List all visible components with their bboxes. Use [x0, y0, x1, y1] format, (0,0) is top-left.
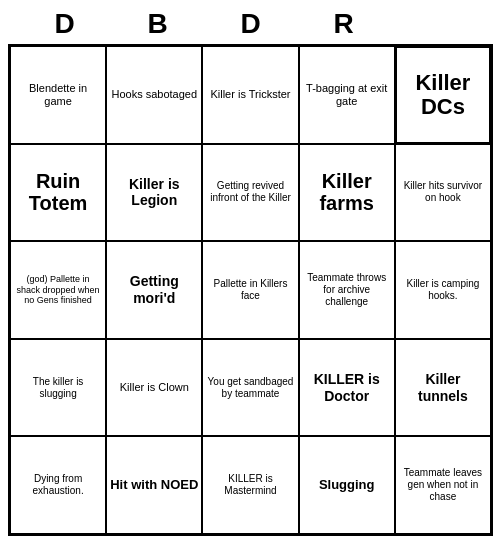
cell-9[interactable]: Killer hits survivor on hook: [395, 144, 491, 242]
cell-17[interactable]: You get sandbaged by teammate: [202, 339, 298, 437]
cell-6[interactable]: Killer is Legion: [106, 144, 202, 242]
cell-11[interactable]: Getting mori'd: [106, 241, 202, 339]
cell-14[interactable]: Killer is camping hooks.: [395, 241, 491, 339]
cell-20[interactable]: Dying from exhaustion.: [10, 436, 106, 534]
header-b: B: [114, 8, 202, 40]
cell-18[interactable]: KILLER is Doctor: [299, 339, 395, 437]
cell-16[interactable]: Killer is Clown: [106, 339, 202, 437]
header-empty: [393, 8, 481, 40]
cell-8[interactable]: Killer farms: [299, 144, 395, 242]
bingo-header: D B D R: [8, 8, 493, 40]
cell-7[interactable]: Getting revived infront of the Killer: [202, 144, 298, 242]
cell-1[interactable]: Hooks sabotaged: [106, 46, 202, 144]
cell-13[interactable]: Teammate throws for archive challenge: [299, 241, 395, 339]
cell-19[interactable]: Killer tunnels: [395, 339, 491, 437]
cell-15[interactable]: The killer is slugging: [10, 339, 106, 437]
cell-22[interactable]: KILLER is Mastermind: [202, 436, 298, 534]
cell-2[interactable]: Killer is Trickster: [202, 46, 298, 144]
cell-12[interactable]: Pallette in Killers face: [202, 241, 298, 339]
cell-0[interactable]: Blendette in game: [10, 46, 106, 144]
cell-4[interactable]: Killer DCs: [395, 46, 491, 144]
cell-24[interactable]: Teammate leaves gen when not in chase: [395, 436, 491, 534]
header-d1: D: [21, 8, 109, 40]
cell-23[interactable]: Slugging: [299, 436, 395, 534]
cell-5[interactable]: Ruin Totem: [10, 144, 106, 242]
cell-3[interactable]: T-bagging at exit gate: [299, 46, 395, 144]
header-r: R: [300, 8, 388, 40]
cell-21[interactable]: Hit with NOED: [106, 436, 202, 534]
header-d2: D: [207, 8, 295, 40]
bingo-grid: Blendette in game Hooks sabotaged Killer…: [8, 44, 493, 536]
cell-10[interactable]: (god) Pallette in shack dropped when no …: [10, 241, 106, 339]
